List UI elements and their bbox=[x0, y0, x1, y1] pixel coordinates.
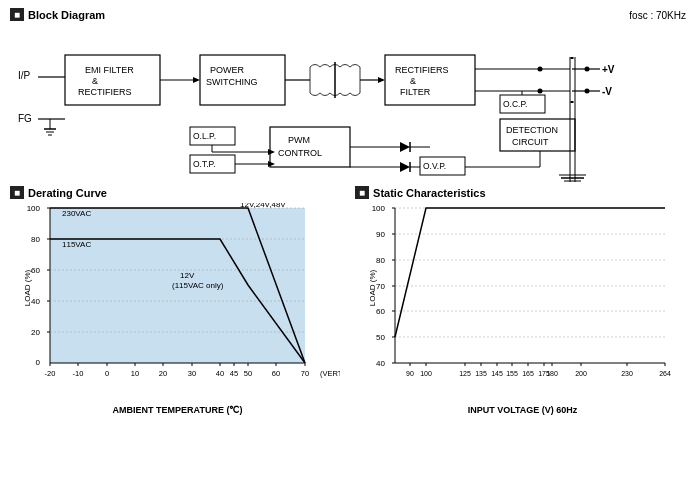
svg-point-26 bbox=[585, 89, 590, 94]
emi-label2: & bbox=[92, 76, 98, 86]
svg-text:60: 60 bbox=[31, 266, 40, 275]
svg-text:135: 135 bbox=[475, 370, 487, 377]
svg-marker-38 bbox=[268, 161, 275, 167]
svg-text:60: 60 bbox=[272, 369, 280, 378]
svg-rect-31 bbox=[270, 127, 350, 167]
pwr-label1: POWER bbox=[210, 65, 245, 75]
svg-text:200: 200 bbox=[575, 370, 587, 377]
svg-text:70: 70 bbox=[376, 282, 385, 291]
svg-text:90: 90 bbox=[406, 370, 414, 377]
derating-xlabel: AMBIENT TEMPERATURE (℃) bbox=[10, 405, 345, 415]
svg-marker-44 bbox=[400, 162, 410, 172]
block-diagram-svg: I/P FG EMI FILTER & RECTIFIERS POWER SWI… bbox=[10, 27, 700, 182]
12-24-48-label: 12V,24V,48V bbox=[240, 203, 286, 209]
derating-title: ■ Derating Curve bbox=[10, 186, 345, 199]
otp-label: O.T.P. bbox=[193, 159, 216, 169]
svg-text:10: 10 bbox=[131, 369, 139, 378]
svg-point-18 bbox=[538, 89, 543, 94]
svg-text:0: 0 bbox=[105, 369, 109, 378]
svg-text:90: 90 bbox=[376, 230, 385, 239]
static-title-text: Static Characteristics bbox=[373, 187, 486, 199]
svg-text:165: 165 bbox=[522, 370, 534, 377]
svg-text:100: 100 bbox=[27, 204, 41, 213]
page: ■ Block Diagram fosc : 70KHz I/P FG EMI … bbox=[0, 0, 700, 500]
ovp-label: O.V.P. bbox=[423, 161, 446, 171]
ip-label: I/P bbox=[18, 70, 31, 81]
svg-text:50: 50 bbox=[244, 369, 252, 378]
115vac-label: 115VAC bbox=[62, 240, 91, 249]
svg-text:100: 100 bbox=[420, 370, 432, 377]
static-ylabel: LOAD (%) bbox=[368, 269, 377, 306]
svg-point-17 bbox=[538, 67, 543, 72]
plus-v-label: +V bbox=[602, 64, 615, 75]
svg-text:230: 230 bbox=[621, 370, 633, 377]
svg-marker-35 bbox=[268, 149, 275, 155]
12v-label1: 12V bbox=[180, 271, 195, 280]
svg-text:60: 60 bbox=[376, 307, 385, 316]
svg-marker-8 bbox=[193, 77, 200, 83]
svg-text:(VERTICAL): (VERTICAL) bbox=[320, 369, 340, 378]
derating-title-text: Derating Curve bbox=[28, 187, 107, 199]
svg-text:40: 40 bbox=[31, 297, 40, 306]
det-label1: DETECTION bbox=[506, 125, 558, 135]
pwm-label1: PWM bbox=[288, 135, 310, 145]
svg-text:80: 80 bbox=[31, 235, 40, 244]
rect-label2: & bbox=[410, 76, 416, 86]
svg-text:80: 80 bbox=[376, 256, 385, 265]
emi-label1: EMI FILTER bbox=[85, 65, 134, 75]
rect-label1: RECTIFIERS bbox=[395, 65, 449, 75]
derating-section: ■ Derating Curve 100 80 bbox=[10, 186, 345, 415]
svg-marker-40 bbox=[400, 142, 410, 152]
static-chart: 100 90 80 70 60 50 40 LOAD (%) bbox=[355, 203, 685, 403]
svg-text:125: 125 bbox=[459, 370, 471, 377]
svg-rect-14 bbox=[385, 55, 475, 105]
block-diagram-icon: ■ bbox=[10, 8, 24, 21]
static-title: ■ Static Characteristics bbox=[355, 186, 690, 199]
230vac-label: 230VAC bbox=[62, 209, 91, 218]
12v-label2: (115VAC only) bbox=[172, 281, 224, 290]
svg-text:100: 100 bbox=[372, 204, 386, 213]
static-icon: ■ bbox=[355, 186, 369, 199]
svg-text:40: 40 bbox=[216, 369, 224, 378]
svg-text:50: 50 bbox=[376, 333, 385, 342]
fg-label: FG bbox=[18, 113, 32, 124]
svg-text:-20: -20 bbox=[45, 369, 56, 378]
fosc-label: fosc : 70KHz bbox=[629, 10, 686, 21]
svg-text:40: 40 bbox=[376, 359, 385, 368]
det-label2: CIRCUIT bbox=[512, 137, 549, 147]
svg-marker-13 bbox=[378, 77, 385, 83]
block-diagram-header: ■ Block Diagram fosc : 70KHz bbox=[10, 8, 690, 21]
svg-text:45: 45 bbox=[230, 369, 238, 378]
pwr-label2: SWITCHING bbox=[206, 77, 258, 87]
svg-text:145: 145 bbox=[491, 370, 503, 377]
static-section: ■ Static Characteristics 100 90 80 bbox=[355, 186, 690, 415]
static-xlabel: INPUT VOLTAGE (V) 60Hz bbox=[355, 405, 690, 415]
svg-text:20: 20 bbox=[159, 369, 167, 378]
svg-rect-6 bbox=[65, 55, 160, 105]
ocp-label: O.C.P. bbox=[503, 99, 527, 109]
derating-icon: ■ bbox=[10, 186, 24, 199]
svg-text:20: 20 bbox=[31, 328, 40, 337]
block-diagram-title: Block Diagram bbox=[28, 9, 105, 21]
bottom-row: ■ Derating Curve 100 80 bbox=[10, 186, 690, 415]
svg-text:264: 264 bbox=[659, 370, 671, 377]
pwm-label2: CONTROL bbox=[278, 148, 322, 158]
derating-ylabel: LOAD (%) bbox=[23, 269, 32, 306]
block-diagram-area: I/P FG EMI FILTER & RECTIFIERS POWER SWI… bbox=[10, 27, 690, 182]
svg-text:0: 0 bbox=[36, 358, 41, 367]
svg-text:180: 180 bbox=[546, 370, 558, 377]
emi-label3: RECTIFIERS bbox=[78, 87, 132, 97]
svg-point-24 bbox=[585, 67, 590, 72]
rect-label3: FILTER bbox=[400, 87, 431, 97]
svg-text:-10: -10 bbox=[73, 369, 84, 378]
derating-chart: 100 80 60 40 20 0 LOAD (% bbox=[10, 203, 340, 403]
minus-v-label: -V bbox=[602, 86, 612, 97]
svg-text:155: 155 bbox=[506, 370, 518, 377]
olp-label: O.L.P. bbox=[193, 131, 216, 141]
svg-text:70: 70 bbox=[301, 369, 309, 378]
svg-text:30: 30 bbox=[188, 369, 196, 378]
